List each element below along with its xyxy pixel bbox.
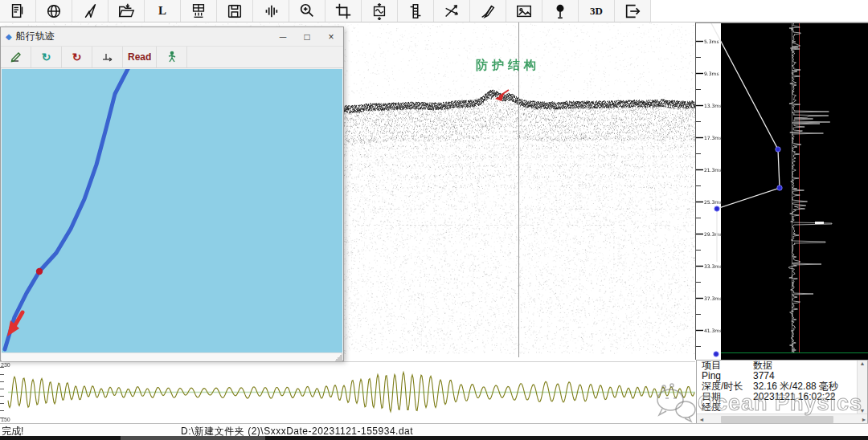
pen-icon [479, 2, 497, 20]
waveform-scale-top: 230 [1, 362, 10, 368]
card-reader-button[interactable] [181, 0, 217, 22]
gain-filter-button[interactable] [398, 0, 434, 22]
track-map[interactable] [2, 69, 342, 352]
main-toolbar: L [0, 0, 868, 22]
info-row: 日期20231121 16:02:22 [697, 392, 867, 402]
waveform-scale-bottom: 150 [1, 417, 10, 422]
zoom-in-icon [298, 2, 316, 20]
ping-info-rows: 项目数据Ping3774深度/时长32.16 米/42.88 毫秒日期20231… [697, 361, 867, 413]
image-export-button[interactable] [506, 0, 542, 22]
view-3d-icon: 3D [590, 5, 603, 18]
window-app-icon: ◆ [6, 32, 12, 41]
refresh-back-button[interactable]: ↻ [62, 47, 92, 67]
track-window-title: 船行轨迹 [16, 30, 271, 43]
globe-button[interactable] [36, 0, 72, 22]
info-row: 经度 [697, 402, 867, 413]
amplitude-waveform-panel: 230 150 [0, 361, 695, 423]
refresh-forward-icon: ↻ [42, 51, 51, 63]
exit-button[interactable] [615, 0, 651, 22]
open-edit-icon [10, 51, 23, 63]
signal-profile-canvas[interactable] [696, 23, 868, 361]
exit-icon [624, 2, 641, 20]
refresh-back-icon: ↻ [72, 51, 82, 63]
globe-icon [45, 2, 63, 20]
status-bar: 完成! D:\新建文件夹 (2)\SxxxDate-20231121-15593… [0, 423, 868, 436]
waveform-canvas [0, 362, 695, 423]
maximize-button[interactable]: □ [295, 27, 319, 46]
minimize-button[interactable]: ─ [271, 27, 295, 46]
refresh-forward-button[interactable]: ↻ [31, 47, 62, 67]
info-vertical-scrollbar[interactable]: ▲ ▼ [857, 361, 867, 414]
navigate-button[interactable] [72, 0, 108, 22]
image-icon [515, 2, 533, 20]
info-row: 项目数据 [697, 361, 867, 371]
echogram-annotation: 防护结构 [476, 58, 540, 73]
read-button-label: Read [128, 51, 151, 63]
location-pin-icon [551, 2, 569, 20]
info-row-value: 20231121 16:02:22 [753, 392, 867, 402]
waveform-icon [262, 2, 280, 20]
window-bottom-edge [0, 436, 868, 440]
resize-grip[interactable] [334, 353, 342, 361]
axis-setup-button[interactable] [92, 47, 123, 67]
scroll-down-icon[interactable]: ▼ [858, 408, 867, 414]
bandpass-filter-button[interactable] [362, 0, 398, 22]
save-button[interactable] [217, 0, 253, 22]
navigate-arrow-icon [81, 2, 99, 20]
ping-info-panel: 项目数据Ping3774深度/时长32.16 米/42.88 毫秒日期20231… [696, 360, 868, 425]
gps-walker-icon [166, 51, 178, 63]
open-file-button[interactable] [108, 0, 145, 22]
letter-l-icon: L [158, 4, 166, 18]
scroll-up-icon[interactable]: ▲ [858, 361, 867, 366]
scroll-right-icon[interactable]: ► [859, 417, 868, 422]
close-button[interactable]: × [319, 27, 343, 46]
crop-button[interactable] [326, 0, 362, 22]
gps-walker-button[interactable] [157, 47, 187, 67]
gain-filter-icon [407, 2, 424, 20]
file-list-icon [9, 2, 27, 20]
folder-open-icon [117, 2, 135, 20]
track-window-toolbar: ↻ ↻ Read [1, 47, 343, 68]
location-pin-button[interactable] [542, 0, 579, 22]
track-map-canvas[interactable] [2, 69, 342, 352]
window-bottom-edge-highlight [121, 436, 265, 440]
file-list-button[interactable] [0, 0, 36, 22]
axis-setup-icon [101, 51, 114, 63]
zoom-in-button[interactable] [289, 0, 326, 22]
axes-icon [443, 2, 461, 20]
annotate-button[interactable] [470, 0, 506, 22]
read-button[interactable]: Read [123, 47, 157, 67]
scrollbar-thumb[interactable] [721, 416, 833, 423]
info-row-label: 经度 [702, 402, 753, 413]
letter-l-button[interactable]: L [145, 0, 181, 22]
axes-button[interactable] [434, 0, 470, 22]
card-reader-icon [190, 2, 207, 20]
view-3d-button[interactable]: 3D [579, 0, 615, 22]
application-window: L [0, 0, 868, 440]
info-row-value [753, 402, 867, 413]
track-window-titlebar[interactable]: ◆ 船行轨迹 ─ □ × [1, 27, 343, 47]
crop-icon [334, 2, 352, 20]
track-window[interactable]: ◆ 船行轨迹 ─ □ × ↻ ↻ Read [0, 26, 344, 361]
open-edit-button[interactable] [1, 47, 31, 67]
save-floppy-icon [226, 2, 244, 20]
signal-profile-panel[interactable] [695, 22, 868, 360]
track-window-hscrollbar[interactable] [2, 352, 342, 361]
scroll-left-icon[interactable]: ◄ [697, 417, 706, 422]
waveform-display-button[interactable] [253, 0, 289, 22]
bandpass-filter-icon [371, 2, 388, 20]
